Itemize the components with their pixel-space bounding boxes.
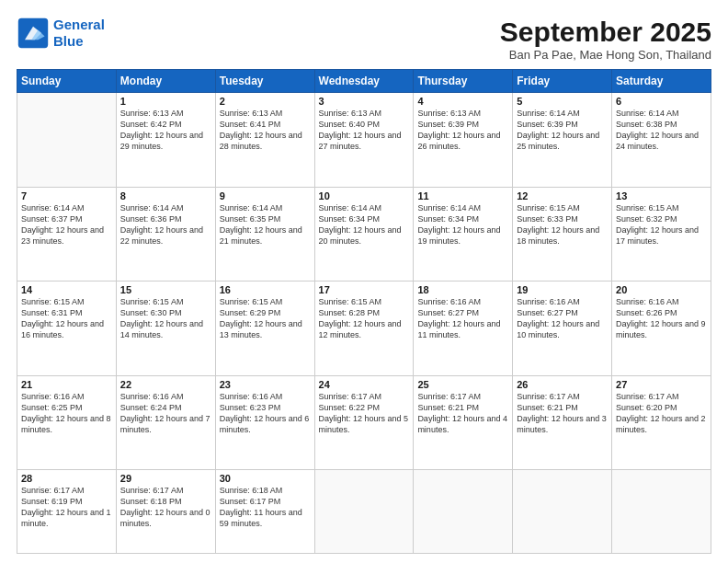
day-info: Sunrise: 6:14 AM Sunset: 6:34 PM Dayligh… [319,202,410,247]
day-info: Sunrise: 6:14 AM Sunset: 6:36 PM Dayligh… [120,202,211,247]
calendar-week-row: 14Sunrise: 6:15 AM Sunset: 6:31 PM Dayli… [17,282,711,376]
calendar-week-row: 7Sunrise: 6:14 AM Sunset: 6:37 PM Daylig… [17,187,711,282]
weekday-header: Sunday [17,70,117,93]
day-number: 3 [319,96,410,107]
calendar-cell: 20Sunrise: 6:16 AM Sunset: 6:26 PM Dayli… [612,282,711,376]
day-number: 16 [220,284,311,295]
weekday-header: Wednesday [314,70,414,93]
day-number: 22 [120,379,211,390]
day-number: 24 [319,379,410,390]
day-number: 15 [120,284,211,295]
calendar-cell [17,93,117,188]
main-title: September 2025 [500,17,711,48]
calendar-cell: 11Sunrise: 6:14 AM Sunset: 6:34 PM Dayli… [414,187,513,282]
logo: General Blue [17,17,105,50]
calendar-header-row: SundayMondayTuesdayWednesdayThursdayFrid… [17,70,711,93]
calendar-cell: 6Sunrise: 6:14 AM Sunset: 6:38 PM Daylig… [612,93,711,188]
calendar-cell: 28Sunrise: 6:17 AM Sunset: 6:19 PM Dayli… [17,470,117,554]
day-number: 18 [417,284,508,295]
logo-icon [17,17,50,50]
day-number: 2 [220,96,311,107]
day-info: Sunrise: 6:16 AM Sunset: 6:23 PM Dayligh… [220,391,311,436]
calendar-cell: 4Sunrise: 6:13 AM Sunset: 6:39 PM Daylig… [414,93,513,188]
calendar-cell: 25Sunrise: 6:17 AM Sunset: 6:21 PM Dayli… [414,375,513,470]
day-info: Sunrise: 6:13 AM Sunset: 6:39 PM Dayligh… [417,108,508,153]
logo-text: General Blue [53,17,105,50]
day-number: 10 [319,190,410,201]
calendar-cell: 24Sunrise: 6:17 AM Sunset: 6:22 PM Dayli… [314,375,414,470]
calendar-cell: 17Sunrise: 6:15 AM Sunset: 6:28 PM Dayli… [314,282,414,376]
day-info: Sunrise: 6:18 AM Sunset: 6:17 PM Dayligh… [220,485,311,530]
calendar-cell: 27Sunrise: 6:17 AM Sunset: 6:20 PM Dayli… [612,375,711,470]
calendar-cell: 3Sunrise: 6:13 AM Sunset: 6:40 PM Daylig… [314,93,414,188]
day-info: Sunrise: 6:16 AM Sunset: 6:27 PM Dayligh… [417,296,508,341]
day-info: Sunrise: 6:14 AM Sunset: 6:39 PM Dayligh… [517,108,608,153]
title-block: September 2025 Ban Pa Pae, Mae Hong Son,… [500,17,711,62]
day-info: Sunrise: 6:17 AM Sunset: 6:22 PM Dayligh… [319,391,410,436]
day-info: Sunrise: 6:13 AM Sunset: 6:40 PM Dayligh… [319,108,410,153]
day-number: 28 [21,473,112,484]
weekday-header: Tuesday [215,70,314,93]
day-number: 27 [616,379,707,390]
day-number: 23 [220,379,311,390]
calendar-week-row: 21Sunrise: 6:16 AM Sunset: 6:25 PM Dayli… [17,375,711,470]
day-info: Sunrise: 6:14 AM Sunset: 6:38 PM Dayligh… [616,108,707,153]
calendar-cell: 23Sunrise: 6:16 AM Sunset: 6:23 PM Dayli… [215,375,314,470]
day-number: 25 [417,379,508,390]
day-info: Sunrise: 6:15 AM Sunset: 6:29 PM Dayligh… [220,296,311,341]
calendar-cell: 30Sunrise: 6:18 AM Sunset: 6:17 PM Dayli… [215,470,314,554]
calendar-cell [612,470,711,554]
calendar-cell: 2Sunrise: 6:13 AM Sunset: 6:41 PM Daylig… [215,93,314,188]
day-number: 17 [319,284,410,295]
calendar-cell [414,470,513,554]
calendar-cell: 22Sunrise: 6:16 AM Sunset: 6:24 PM Dayli… [116,375,215,470]
day-info: Sunrise: 6:17 AM Sunset: 6:19 PM Dayligh… [21,485,112,530]
calendar-cell: 18Sunrise: 6:16 AM Sunset: 6:27 PM Dayli… [414,282,513,376]
calendar-cell: 26Sunrise: 6:17 AM Sunset: 6:21 PM Dayli… [513,375,612,470]
day-number: 26 [517,379,608,390]
calendar-week-row: 1Sunrise: 6:13 AM Sunset: 6:42 PM Daylig… [17,93,711,188]
day-info: Sunrise: 6:16 AM Sunset: 6:25 PM Dayligh… [21,391,112,436]
day-info: Sunrise: 6:13 AM Sunset: 6:42 PM Dayligh… [120,108,211,153]
calendar-cell: 13Sunrise: 6:15 AM Sunset: 6:32 PM Dayli… [612,187,711,282]
day-number: 19 [517,284,608,295]
calendar-cell [513,470,612,554]
day-info: Sunrise: 6:15 AM Sunset: 6:32 PM Dayligh… [616,202,707,247]
weekday-header: Friday [513,70,612,93]
day-info: Sunrise: 6:16 AM Sunset: 6:24 PM Dayligh… [120,391,211,436]
day-number: 8 [120,190,211,201]
day-number: 1 [120,96,211,107]
day-info: Sunrise: 6:17 AM Sunset: 6:20 PM Dayligh… [616,391,707,436]
calendar-cell: 15Sunrise: 6:15 AM Sunset: 6:30 PM Dayli… [116,282,215,376]
day-number: 11 [417,190,508,201]
day-number: 13 [616,190,707,201]
day-info: Sunrise: 6:17 AM Sunset: 6:18 PM Dayligh… [120,485,211,530]
day-number: 6 [616,96,707,107]
day-number: 14 [21,284,112,295]
day-number: 5 [517,96,608,107]
day-info: Sunrise: 6:15 AM Sunset: 6:31 PM Dayligh… [21,296,112,341]
weekday-header: Monday [116,70,215,93]
day-info: Sunrise: 6:15 AM Sunset: 6:33 PM Dayligh… [517,202,608,247]
day-info: Sunrise: 6:17 AM Sunset: 6:21 PM Dayligh… [417,391,508,436]
calendar-week-row: 28Sunrise: 6:17 AM Sunset: 6:19 PM Dayli… [17,470,711,554]
calendar-cell: 5Sunrise: 6:14 AM Sunset: 6:39 PM Daylig… [513,93,612,188]
header: General Blue September 2025 Ban Pa Pae, … [17,17,711,62]
day-info: Sunrise: 6:15 AM Sunset: 6:28 PM Dayligh… [319,296,410,341]
calendar-table: SundayMondayTuesdayWednesdayThursdayFrid… [17,69,711,554]
day-info: Sunrise: 6:16 AM Sunset: 6:27 PM Dayligh… [517,296,608,341]
day-number: 29 [120,473,211,484]
day-info: Sunrise: 6:15 AM Sunset: 6:30 PM Dayligh… [120,296,211,341]
day-number: 4 [417,96,508,107]
calendar-cell: 1Sunrise: 6:13 AM Sunset: 6:42 PM Daylig… [116,93,215,188]
weekday-header: Saturday [612,70,711,93]
calendar-cell: 14Sunrise: 6:15 AM Sunset: 6:31 PM Dayli… [17,282,117,376]
day-number: 30 [220,473,311,484]
day-info: Sunrise: 6:17 AM Sunset: 6:21 PM Dayligh… [517,391,608,436]
subtitle: Ban Pa Pae, Mae Hong Son, Thailand [500,48,711,62]
day-info: Sunrise: 6:14 AM Sunset: 6:34 PM Dayligh… [417,202,508,247]
day-number: 12 [517,190,608,201]
day-info: Sunrise: 6:14 AM Sunset: 6:37 PM Dayligh… [21,202,112,247]
day-number: 20 [616,284,707,295]
day-number: 21 [21,379,112,390]
